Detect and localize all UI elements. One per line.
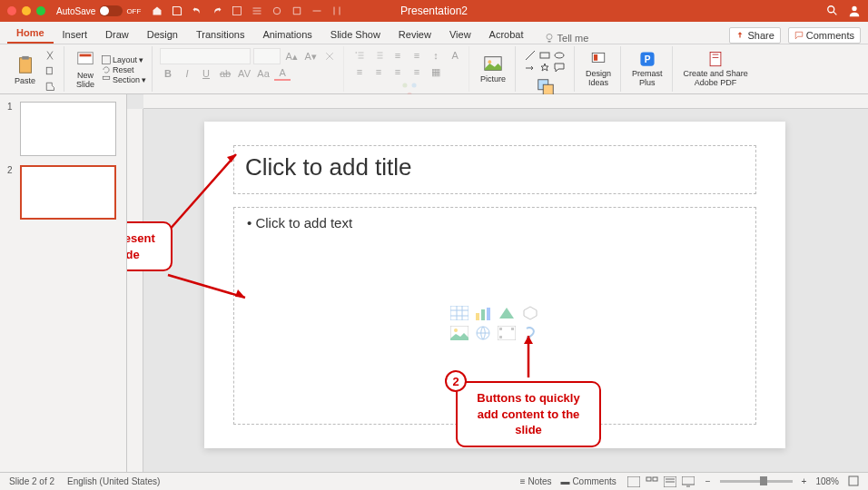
font-size-selector[interactable] — [253, 48, 281, 64]
tab-transitions[interactable]: Transitions — [187, 25, 253, 44]
shape-arrow-icon — [525, 63, 536, 74]
zoom-slider[interactable] — [720, 480, 793, 483]
cut-button[interactable] — [42, 48, 58, 63]
align-right-button[interactable]: ≡ — [390, 64, 406, 79]
close-window-icon[interactable] — [7, 6, 16, 15]
picture-button[interactable]: Picture — [477, 48, 509, 90]
section-button[interactable]: Section ▾ — [102, 75, 146, 84]
title-placeholder[interactable]: Click to add title — [233, 145, 756, 194]
comments-button[interactable]: Comments — [788, 27, 861, 44]
share-button[interactable]: Share — [729, 27, 780, 44]
autosave-toggle[interactable]: AutoSave OFF — [56, 5, 141, 16]
qat-icon-1[interactable] — [232, 5, 242, 16]
slide-counter[interactable]: Slide 2 of 2 — [9, 476, 54, 486]
insert-chart-icon[interactable] — [473, 305, 493, 321]
line-spacing-button[interactable]: ↕ — [428, 48, 444, 63]
tab-acrobat[interactable]: Acrobat — [480, 25, 533, 44]
drawing-group: Arrange A Quick Styles — [518, 46, 575, 92]
tab-slideshow[interactable]: Slide Show — [321, 25, 390, 44]
qat-icon-6[interactable] — [331, 5, 342, 16]
reading-view-button[interactable] — [662, 475, 678, 488]
shadow-button[interactable]: AV — [236, 66, 252, 81]
document-title: Presentation2 — [400, 5, 468, 17]
zoom-level[interactable]: 108% — [815, 476, 839, 486]
search-icon[interactable] — [826, 5, 839, 17]
annotation-1-arrow-up — [163, 145, 245, 245]
indent-inc-button[interactable]: ≡ — [409, 48, 425, 63]
bold-button[interactable]: B — [160, 66, 176, 81]
font-color-button[interactable]: A — [274, 66, 291, 81]
increase-font-button[interactable]: A▴ — [283, 49, 300, 64]
qat-icon-4[interactable] — [291, 5, 302, 16]
adobe-group: Create and Share Adobe PDF — [675, 46, 757, 92]
align-left-button[interactable]: ≡ — [351, 64, 368, 79]
new-slide-button[interactable]: New Slide — [72, 48, 99, 92]
insert-3d-icon[interactable] — [520, 305, 540, 321]
redo-icon[interactable] — [212, 5, 222, 16]
insert-picture-icon[interactable] — [449, 325, 469, 341]
premast-button[interactable]: P Premast Plus — [628, 48, 666, 90]
design-ideas-button[interactable]: Design Ideas — [582, 48, 615, 90]
tab-design[interactable]: Design — [138, 25, 187, 44]
home-icon[interactable] — [152, 5, 163, 16]
tab-insert[interactable]: Insert — [54, 25, 97, 44]
svg-rect-5 — [19, 58, 31, 74]
notes-toggle[interactable]: ≡ Notes — [520, 476, 552, 486]
columns-button[interactable]: ▦ — [428, 64, 444, 79]
normal-view-button[interactable] — [626, 475, 642, 488]
premast-label: Premast Plus — [632, 70, 663, 88]
text-direction-button[interactable]: A — [447, 48, 463, 63]
font-selector[interactable] — [160, 48, 251, 64]
bullets-button[interactable] — [351, 48, 368, 63]
numbering-button[interactable] — [370, 48, 387, 63]
insert-video-icon[interactable] — [497, 325, 517, 341]
tab-draw[interactable]: Draw — [96, 25, 138, 44]
strike-button[interactable]: ab — [217, 66, 233, 81]
format-painter-button[interactable] — [42, 79, 58, 93]
tell-me-search[interactable]: Tell me — [544, 33, 589, 44]
align-center-button[interactable]: ≡ — [370, 64, 387, 79]
insert-smartart-icon[interactable] — [497, 305, 517, 321]
comments-toggle[interactable]: ▬ Comments — [561, 476, 616, 486]
minimize-window-icon[interactable] — [22, 6, 31, 15]
paste-button[interactable]: Paste — [11, 48, 39, 93]
justify-button[interactable]: ≡ — [409, 64, 425, 79]
fit-to-window-button[interactable] — [848, 475, 859, 488]
qat-icon-3[interactable] — [271, 5, 282, 16]
annotation-2-text: Buttons to quickly add content to the sl… — [456, 381, 601, 447]
insert-online-icon[interactable] — [473, 325, 493, 341]
underline-button[interactable]: U — [198, 66, 214, 81]
zoom-out-button[interactable]: − — [705, 476, 711, 486]
decrease-font-button[interactable]: A▾ — [302, 49, 319, 64]
qat-icon-5[interactable] — [311, 5, 322, 16]
svg-point-17 — [488, 60, 492, 64]
share-icon — [735, 31, 745, 40]
user-icon[interactable] — [848, 5, 861, 17]
insert-table-icon[interactable] — [449, 305, 469, 321]
slideshow-view-button[interactable] — [680, 475, 696, 488]
qat-icon-2[interactable] — [252, 5, 262, 16]
sorter-view-button[interactable] — [644, 475, 660, 488]
char-spacing-button[interactable]: Aa — [255, 66, 271, 81]
slides-group: New Slide Layout ▾ Reset Section ▾ — [66, 46, 153, 92]
undo-icon[interactable] — [192, 5, 202, 16]
language-indicator[interactable]: English (United States) — [67, 476, 160, 486]
tab-animations[interactable]: Animations — [253, 25, 321, 44]
tab-view[interactable]: View — [440, 25, 480, 44]
thumbnail-1[interactable]: 1 — [7, 102, 119, 156]
reset-button[interactable]: Reset — [102, 65, 146, 74]
clear-format-button[interactable] — [321, 49, 338, 64]
italic-button[interactable]: I — [179, 66, 195, 81]
adobe-pdf-button[interactable]: Create and Share Adobe PDF — [680, 48, 752, 90]
thumbnail-2[interactable]: 2 — [7, 165, 119, 220]
layout-button[interactable]: Layout ▾ — [102, 55, 146, 64]
tab-review[interactable]: Review — [390, 25, 440, 44]
shapes-gallery[interactable] — [523, 48, 568, 75]
copy-button[interactable] — [42, 64, 58, 78]
zoom-in-button[interactable]: + — [802, 476, 807, 486]
indent-dec-button[interactable]: ≡ — [390, 48, 406, 63]
save-icon[interactable] — [172, 5, 182, 16]
maximize-window-icon[interactable] — [36, 6, 45, 15]
autosave-switch[interactable] — [99, 5, 123, 16]
tab-home[interactable]: Home — [7, 24, 54, 44]
